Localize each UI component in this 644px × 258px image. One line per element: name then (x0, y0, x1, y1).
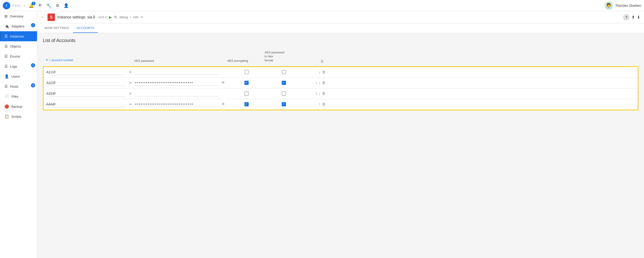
sidebar-item-enums[interactable]: ☰ Enums (0, 51, 37, 61)
col-password-header: AES password (134, 59, 218, 63)
hex-checkbox[interactable] (282, 102, 286, 106)
account-number-input[interactable] (46, 69, 126, 75)
move-down-button[interactable]: ↓ (319, 81, 320, 85)
files-icon: 📄 (4, 94, 9, 99)
delete-row-button[interactable]: 🗑 (322, 102, 326, 106)
person-icon[interactable]: 👤 (64, 3, 69, 8)
instance-version: v2.0.2 (98, 15, 107, 19)
main-layout: ⊞ Overview 🔌 Adapters 2 ☰ Instances ☰ Ob… (0, 11, 644, 258)
sidebar-item-label: Users (12, 75, 20, 78)
hex-checkbox[interactable] (282, 81, 286, 85)
hex-checkbox[interactable] (282, 91, 286, 96)
top-bar: i v7.4.10 ‹ 🔔 1 👁 🔧 ⚙ 👤 🧑‍💼 Thorsten Stu… (0, 0, 644, 11)
notification-icon[interactable]: 🔔 1 (29, 3, 34, 8)
help-button[interactable]: ? (623, 14, 630, 21)
password-input[interactable] (135, 101, 218, 107)
encrypting-checkbox[interactable] (244, 91, 249, 96)
column-headers: + + account number AES password AES encr… (43, 49, 638, 65)
download-button[interactable]: ⬇ (637, 15, 640, 20)
objects-icon: ☰ (4, 44, 8, 49)
sidebar-item-hosts[interactable]: ☰ Hosts 6 (0, 81, 37, 91)
instance-header-left: ← S Instance settings: sia.0 v2.0.2 ▶ ↻ … (41, 14, 143, 21)
user-area: 🧑‍💼 Thorsten Stueben (605, 2, 641, 10)
account-number-input[interactable] (46, 91, 126, 97)
sidebar-item-users[interactable]: 👤 Users (0, 71, 37, 81)
account-number-input[interactable] (46, 101, 126, 107)
clear-account-button[interactable]: ✕ (126, 91, 135, 96)
sidebar-item-label: Scripts (12, 115, 22, 118)
logo-icon: i (3, 2, 10, 9)
table-row: ✕ ↑ ↓ 🗑 (44, 88, 638, 99)
sidebar-item-label: Enums (10, 55, 20, 58)
logs-icon: ☰ (4, 64, 8, 69)
delete-row-button[interactable]: 🗑 (322, 70, 326, 74)
delete-row-button[interactable]: 🗑 (322, 91, 326, 96)
encrypting-checkbox[interactable] (244, 102, 249, 106)
encrypting-checkbox-cell (228, 91, 265, 96)
delete-row-button[interactable]: 🗑 (322, 81, 326, 85)
encrypting-checkbox-cell (228, 102, 265, 106)
avatar: 🧑‍💼 (605, 2, 613, 10)
move-down-button[interactable]: ↓ (319, 91, 320, 96)
refresh-button[interactable]: ↻ (114, 15, 117, 19)
move-up-button[interactable]: ↑ (316, 91, 317, 96)
backup-icon: 🔴 (4, 104, 9, 109)
toggle-visibility-button[interactable]: 👁 (218, 81, 228, 85)
upload-button[interactable]: ⬆ (632, 15, 635, 20)
eye-icon[interactable]: 👁 (38, 3, 42, 8)
clear-account-button[interactable]: ✕ (126, 70, 135, 74)
page-content: List of Accounts + + account number AES … (37, 33, 644, 258)
sidebar-item-instances[interactable]: ☰ Instances (0, 31, 37, 41)
sidebar-item-scripts[interactable]: 📋 Scripts (0, 111, 37, 121)
encrypting-checkbox-cell (228, 81, 265, 85)
sidebar-item-objects[interactable]: ☰ Objects (0, 41, 37, 51)
clear-account-button[interactable]: ✕ (126, 102, 135, 107)
delete-all-icon[interactable]: 🗑 (320, 59, 324, 63)
play-button[interactable]: ▶ (109, 15, 112, 19)
hex-checkbox[interactable] (282, 70, 286, 74)
toggle-visibility-button[interactable]: 👁 (218, 102, 228, 106)
wrench-icon[interactable]: 🔧 (46, 3, 52, 8)
col-encrypting-header: AES encrypting (227, 59, 264, 63)
sidebar-item-label: Adapters (12, 25, 24, 28)
password-input[interactable] (135, 91, 218, 96)
tab-main-settings[interactable]: MAIN SETTINGS (41, 23, 73, 33)
collapse-button[interactable]: ‹ (24, 4, 25, 8)
clear-account-button[interactable]: ✕ (126, 81, 135, 85)
instance-title: Instance settings: sia.0 (57, 15, 95, 19)
back-button[interactable]: ← (41, 15, 45, 20)
move-up-button[interactable]: ↑ (319, 102, 320, 106)
hex-checkbox-cell (265, 102, 302, 106)
move-down-button[interactable]: ↓ (319, 70, 320, 74)
encrypting-checkbox-cell (228, 70, 265, 74)
sidebar-item-logs[interactable]: ☰ Logs 5 (0, 61, 37, 71)
row-actions: ↑ ↓ 🗑 (302, 91, 326, 96)
hex-checkbox-cell (265, 81, 302, 85)
sidebar-item-overview[interactable]: ⊞ Overview (0, 11, 37, 21)
gear-icon[interactable]: ⚙ (56, 3, 59, 8)
content-area: ← S Instance settings: sia.0 v2.0.2 ▶ ↻ … (37, 11, 644, 258)
sidebar-item-backup[interactable]: 🔴 Backup (0, 101, 37, 111)
password-input[interactable] (135, 69, 218, 75)
sidebar-item-files[interactable]: 📄 Files (0, 91, 37, 101)
encrypting-checkbox[interactable] (244, 70, 249, 74)
info-link[interactable]: info (134, 15, 138, 19)
tab-accounts[interactable]: ACCOUNTS (73, 23, 98, 33)
move-up-button[interactable]: ↑ (316, 81, 317, 85)
sidebar-item-label: Instances (10, 35, 24, 38)
table-row: ✕ 👁 ↑ ↓ 🗑 (44, 78, 638, 88)
sidebar-item-label: Logs (10, 65, 17, 68)
password-input[interactable] (135, 80, 218, 86)
encrypting-checkbox[interactable] (244, 81, 249, 85)
add-account-button[interactable]: + + account number (46, 58, 125, 63)
edit-button[interactable]: ✏ (141, 15, 143, 19)
table-row: ✕ ↓ 🗑 (44, 67, 638, 78)
hosts-icon: ☰ (4, 84, 8, 89)
instance-icon: S (48, 14, 55, 21)
account-number-input[interactable] (46, 80, 126, 86)
sidebar-item-adapters[interactable]: 🔌 Adapters 2 (0, 21, 37, 31)
debug-link: debug (120, 15, 128, 19)
adapters-icon: 🔌 (4, 24, 9, 29)
row-actions: ↑ ↓ 🗑 (302, 81, 326, 85)
enums-icon: ☰ (4, 54, 8, 59)
